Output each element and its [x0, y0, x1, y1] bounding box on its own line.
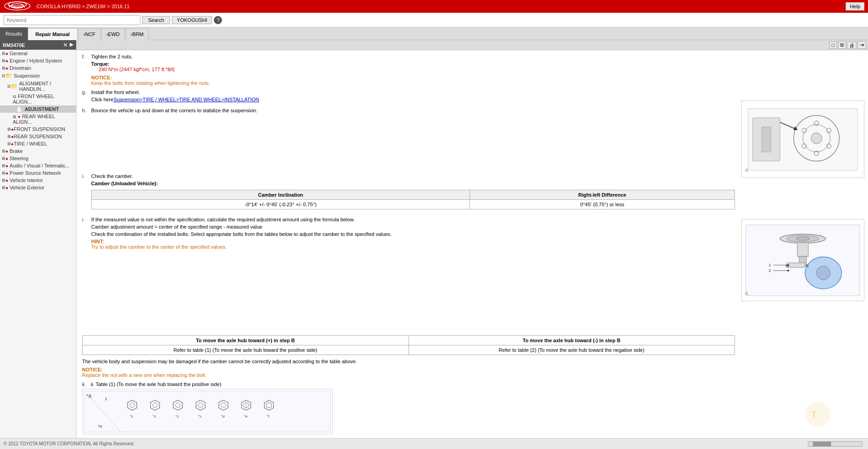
- step-letter-g: g.: [82, 89, 91, 104]
- tab-brm[interactable]: ›BRM: [126, 28, 149, 40]
- print-button[interactable]: 🖨: [847, 42, 857, 49]
- tab-ncf[interactable]: ›NCF: [78, 28, 100, 40]
- sidebar-item-general[interactable]: ⊞ ● General: [0, 50, 76, 57]
- help-button[interactable]: Help: [846, 2, 864, 10]
- sidebar-item-vehicle-interior[interactable]: ⊞ ● Vehicle Interior: [0, 177, 76, 184]
- tab-repair-manual[interactable]: Repair Manual: [28, 28, 78, 40]
- search-button[interactable]: Search: [142, 16, 170, 24]
- toolbar-btn-2[interactable]: ⧉: [838, 41, 846, 49]
- sidebar-item-rear-suspension[interactable]: ⊞ ● REAR SUSPENSION: [0, 133, 76, 140]
- watermark-logo: T: [804, 401, 832, 428]
- content-area: C: [77, 50, 868, 438]
- diagram-spacer: [82, 119, 735, 173]
- sidebar-close-button[interactable]: ✕: [63, 42, 68, 48]
- step-i2-text3: Check the combination of the installed b…: [91, 231, 735, 237]
- sidebar-label: FRONT WHEEL ALIGN...: [13, 94, 54, 104]
- sidebar-item-tire-wheel[interactable]: ⊞ ● TIRE / WHEEL: [0, 140, 76, 147]
- notice1-text: Keep the bolts from rotating when tighte…: [91, 80, 735, 86]
- svg-point-25: [816, 266, 830, 280]
- step-letter-i: i.: [82, 173, 91, 213]
- tab-ewd[interactable]: ›EWD: [101, 28, 124, 40]
- svg-rect-28: [806, 265, 808, 267]
- warning-content: The vehicle body and suspension may be d…: [82, 359, 357, 364]
- sidebar-item-rear-wheel-align[interactable]: ⊞ ● REAR WHEEL ALIGN...: [0, 113, 76, 125]
- step-g-link-prefix: Click here: [91, 97, 114, 102]
- hint-text: Try to adjust the camber to the center o…: [91, 244, 735, 250]
- sidebar-item-alignment[interactable]: ⊟ 📁 ALIGNMENT / HANDLIN...: [0, 80, 76, 93]
- svg-text:T: T: [811, 409, 817, 420]
- step-h-text: Bounce the vehicle up and down at the co…: [91, 108, 735, 113]
- content-body: f. Tighten the 2 nuts. Torque: 240 N*m (…: [82, 54, 735, 434]
- power-icon: ●: [5, 171, 8, 176]
- horizontal-scrollbar[interactable]: [808, 441, 863, 447]
- sidebar-item-audio[interactable]: ⊞ ● Audio / Visual / Telematic...: [0, 162, 76, 169]
- svg-point-7: [811, 133, 822, 144]
- step-letter-i2: i.: [82, 217, 91, 250]
- step-letter-h: h.: [82, 108, 91, 115]
- step-f-content: Tighten the 2 nuts. Torque: 240 N*m (244…: [91, 54, 735, 86]
- expand-icon: ⊟: [13, 94, 16, 99]
- toolbar-btn-1[interactable]: □: [829, 42, 837, 49]
- sidebar: RM3470E ✕ ▶ ⊞ ● General ⊞ ● Engine / Hyb…: [0, 40, 77, 438]
- table-row: Refer to table (1) (To move the axle hub…: [83, 345, 735, 355]
- yokogushi-button[interactable]: YOKOGUSHI: [172, 16, 212, 24]
- svg-text:°c: °c: [176, 414, 179, 418]
- steering-icon: ●: [5, 156, 8, 161]
- tab-repair-label: Repair Manual: [36, 31, 70, 37]
- move-header-negative: To move the axle hub toward (-) in step …: [408, 336, 735, 345]
- svg-text:°f: °f: [267, 414, 269, 418]
- sidebar-item-adjustment[interactable]: 📄 ADJUSTMENT: [0, 105, 76, 113]
- expand-icon: ⊞: [2, 58, 5, 63]
- sidebar-item-drivetrain[interactable]: ⊞ ● Drivetrain: [0, 64, 76, 72]
- step-i2-text1: If the measured value is not within the …: [91, 217, 735, 222]
- step-h-content: Bounce the vehicle up and down at the co…: [91, 108, 735, 115]
- svg-text:C: C: [745, 168, 749, 172]
- sidebar-item-front-wheel-align[interactable]: ⊟ FRONT WHEEL ALIGN...: [0, 93, 76, 105]
- svg-point-34: [787, 270, 789, 271]
- tire-wheel-link[interactable]: Suspension>TIRE / WHEEL>TIRE AND WHEEL>I…: [114, 97, 259, 102]
- sidebar-item-vehicle-exterior[interactable]: ⊞ ● Vehicle Exterior: [0, 184, 76, 191]
- torque-label: Torque:: [91, 61, 735, 67]
- sidebar-item-front-suspension[interactable]: ⊞ ● FRONT SUSPENSION: [0, 125, 76, 133]
- svg-text:°d: °d: [221, 414, 225, 418]
- diagram-1-svg: C: [744, 104, 862, 175]
- sidebar-id: RM3470E: [3, 42, 25, 48]
- diff-value: 0°45' (0.75°) or less: [470, 200, 735, 209]
- notice2-label: NOTICE:: [82, 367, 103, 372]
- svg-rect-26: [787, 263, 805, 267]
- sidebar-item-brake[interactable]: ⊞ ● Brake: [0, 147, 76, 155]
- notice2: NOTICE:: [82, 367, 735, 372]
- main-layout: RM3470E ✕ ▶ ⊞ ● General ⊞ ● Engine / Hyb…: [0, 40, 868, 438]
- exterior-icon: ●: [5, 185, 8, 190]
- sidebar-item-steering[interactable]: ⊞ ● Steering: [0, 155, 76, 162]
- table1-num: ii.: [82, 381, 86, 387]
- sidebar-label: Brake: [10, 148, 23, 154]
- camber-title: Camber (Unloaded Vehicle):: [91, 181, 735, 186]
- svg-point-33: [787, 264, 789, 266]
- sidebar-collapse-button[interactable]: ▶: [70, 42, 73, 48]
- notice1-label: NOTICE:: [91, 75, 112, 80]
- expand-icon: ⊞: [7, 127, 11, 131]
- expand-button[interactable]: ⇥: [858, 41, 866, 49]
- step-i-text: Check the camber.: [91, 173, 735, 179]
- breadcrumb: COROLLA HYBRID > ZWE18# > 2016.11: [36, 4, 129, 9]
- brake-icon: ●: [5, 149, 8, 154]
- expand-icon: ⊞: [2, 149, 5, 153]
- step-g: g. Install the front wheel. Click hereSu…: [82, 89, 735, 104]
- sidebar-label: Steering: [10, 156, 28, 161]
- warning-text: The vehicle body and suspension may be d…: [82, 359, 735, 364]
- sidebar-item-power-source[interactable]: ⊞ ● Power Source Network: [0, 169, 76, 177]
- sidebar-item-engine[interactable]: ⊞ ● Engine / Hybrid System: [0, 57, 76, 64]
- svg-point-63: [805, 402, 831, 427]
- step-i-sub: i. If the measured value is not within t…: [82, 217, 735, 250]
- search-input[interactable]: [4, 15, 140, 25]
- sidebar-label: Power Source Network: [10, 170, 61, 176]
- table1-title: ii. ii. Table (1) (To move the axle hub …: [82, 381, 735, 387]
- sidebar-item-suspension[interactable]: ⊟ 📁 Suspension: [0, 72, 76, 80]
- step-h: h. Bounce the vehicle up and down at the…: [82, 108, 735, 115]
- diagram-2: 1 2 C: [741, 219, 864, 301]
- sidebar-label: General: [10, 51, 27, 56]
- help-icon[interactable]: ?: [214, 16, 222, 24]
- tab-results[interactable]: Results: [0, 27, 28, 40]
- sidebar-header: RM3470E ✕ ▶: [0, 40, 76, 50]
